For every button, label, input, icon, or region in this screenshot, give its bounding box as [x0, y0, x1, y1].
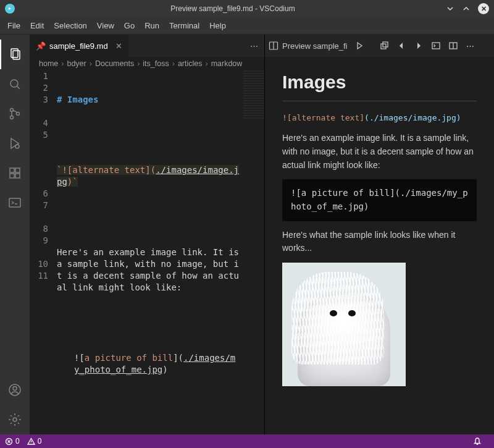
menubar: File Edit Selection View Go Run Terminal… — [0, 17, 494, 35]
editor-pane: 📌 sample_file9.md ✕ ⋯ home› bdyer› Docum… — [30, 35, 264, 434]
search-icon[interactable] — [0, 69, 30, 99]
source-control-icon[interactable] — [0, 99, 30, 129]
menu-help[interactable]: Help — [204, 21, 231, 30]
svg-point-7 — [15, 145, 19, 148]
preview-tabs: Preview sample_fi ⋯ — [265, 35, 494, 57]
extensions-icon[interactable] — [0, 158, 30, 188]
crumb[interactable]: articles — [178, 59, 203, 68]
svg-rect-12 — [9, 198, 20, 207]
run-preview-icon[interactable] — [354, 41, 365, 50]
svg-point-6 — [17, 112, 20, 116]
svg-point-3 — [10, 80, 18, 87]
prev-icon[interactable] — [396, 42, 407, 49]
svg-rect-17 — [381, 44, 386, 49]
preview-paragraph: Here's what the sample link looks like w… — [282, 229, 477, 255]
svg-point-5 — [10, 116, 14, 119]
preview-image — [282, 263, 406, 386]
preview-tab[interactable]: Preview sample_fi — [269, 41, 348, 51]
menu-view[interactable]: View — [92, 21, 119, 30]
editor-more-icon[interactable]: ⋯ — [244, 41, 264, 51]
statusbar: 0 0 — [0, 434, 494, 448]
crumb[interactable]: Documents — [95, 59, 134, 68]
terminal-panel-icon[interactable] — [0, 188, 30, 218]
preview-tab-label: Preview sample_fi — [282, 41, 348, 51]
menu-go[interactable]: Go — [119, 21, 140, 30]
svg-rect-18 — [383, 42, 388, 47]
menu-terminal[interactable]: Terminal — [164, 21, 204, 30]
explorer-icon[interactable] — [0, 40, 30, 69]
svg-rect-9 — [10, 174, 14, 178]
menu-selection[interactable]: Selection — [49, 21, 91, 30]
minimize-button[interactable] — [446, 4, 454, 13]
editor-tabs: 📌 sample_file9.md ✕ ⋯ — [30, 35, 264, 57]
tab-close-icon[interactable]: ✕ — [115, 41, 122, 51]
menu-file[interactable]: File — [2, 21, 25, 30]
preview-inline-code: ![alternate text](./images/image.jpg) — [282, 113, 461, 122]
settings-icon[interactable] — [0, 405, 30, 434]
status-bell-icon[interactable] — [473, 437, 482, 446]
crumb[interactable]: home — [39, 59, 58, 68]
preview-paragraph: Here's an example image link. It is a sa… — [282, 132, 477, 172]
preview-icon — [269, 41, 278, 51]
svg-rect-19 — [432, 43, 440, 49]
crumb[interactable]: its_foss — [143, 59, 169, 68]
svg-point-14 — [13, 387, 17, 391]
menu-edit[interactable]: Edit — [25, 21, 49, 30]
maximize-button[interactable] — [462, 4, 471, 13]
minimap[interactable] — [243, 70, 264, 120]
code-content[interactable]: # Images `![alternate text](./images/ima… — [57, 70, 264, 434]
preview-body[interactable]: Images ![alternate text](./images/image.… — [265, 57, 494, 434]
terminal-icon[interactable] — [430, 41, 442, 50]
preview-codeblock: ![a picture of bill](./images/my_photo_o… — [282, 179, 477, 221]
split-icon[interactable] — [448, 41, 459, 50]
editor-tab[interactable]: 📌 sample_file9.md ✕ — [30, 35, 129, 57]
window-title: Preview sample_file9.md - VSCodium — [20, 4, 446, 13]
preview-heading: Images — [282, 68, 477, 101]
line-gutter: 1 2 3 4 5 6 7 8 9 10 11 — [30, 70, 57, 434]
svg-point-15 — [13, 418, 17, 421]
preview-pane: Preview sample_fi ⋯ Images ![alternate t… — [264, 35, 494, 434]
account-icon[interactable] — [0, 375, 30, 405]
tab-label: sample_file9.md — [49, 41, 108, 51]
preview-more-icon[interactable]: ⋯ — [465, 41, 476, 51]
run-debug-icon[interactable] — [0, 129, 30, 158]
status-warnings[interactable]: 0 — [27, 437, 42, 446]
pin-icon: 📌 — [36, 41, 46, 51]
svg-rect-10 — [15, 174, 20, 178]
menu-run[interactable]: Run — [140, 21, 164, 30]
breadcrumbs[interactable]: home› bdyer› Documents› its_foss› articl… — [30, 57, 264, 70]
svg-rect-2 — [13, 51, 20, 59]
next-icon[interactable] — [413, 42, 424, 49]
crumb[interactable]: markdow — [211, 59, 243, 68]
svg-rect-1 — [11, 49, 18, 57]
app-icon — [5, 4, 15, 14]
svg-rect-8 — [10, 168, 14, 172]
svg-rect-11 — [15, 168, 20, 172]
close-button[interactable]: ✕ — [478, 3, 489, 14]
status-errors[interactable]: 0 — [5, 437, 20, 446]
new-window-icon[interactable] — [379, 41, 390, 50]
activitybar — [0, 35, 30, 434]
titlebar: Preview sample_file9.md - VSCodium ✕ — [0, 0, 494, 17]
crumb[interactable]: bdyer — [67, 59, 86, 68]
code-editor[interactable]: 1 2 3 4 5 6 7 8 9 10 11 — [30, 70, 264, 434]
svg-point-4 — [10, 109, 14, 112]
